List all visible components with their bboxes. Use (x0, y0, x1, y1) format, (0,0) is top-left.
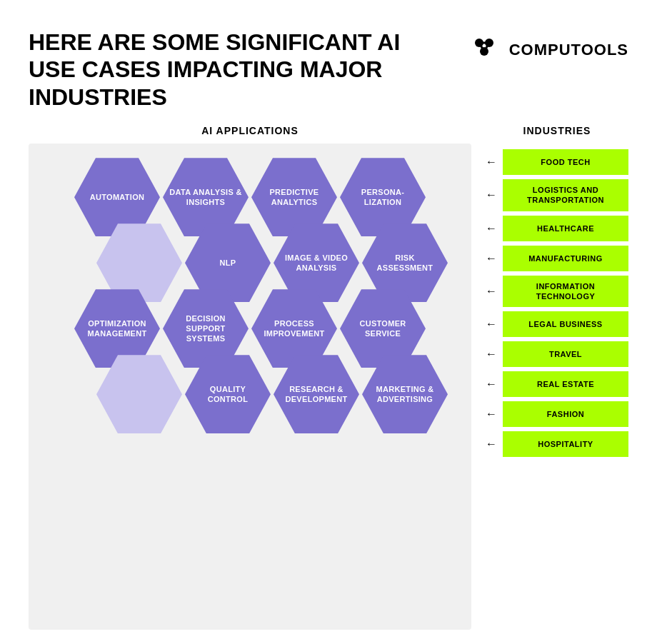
industry-label: LOGISTICS AND TRANSPORTATION (503, 179, 628, 211)
main-title: HERE ARE SOME SIGNIFICANT AI USE CASES I… (29, 29, 428, 111)
industry-item: ←LOGISTICS AND TRANSPORTATION (486, 179, 628, 211)
industries-label: INDUSTRIES (486, 125, 628, 136)
hex-grid: AUTOMATION DATA ANALYSIS & INSIGHTS PRED… (36, 158, 464, 421)
ai-applications-label: AI APPLICATIONS (29, 125, 471, 136)
industry-label: FASHION (503, 401, 628, 427)
arrow-icon: ← (486, 348, 497, 361)
arrow-icon: ← (486, 378, 497, 391)
industry-label: HOSPITALITY (503, 431, 628, 457)
arrow-icon: ← (486, 408, 497, 421)
arrow-icon: ← (486, 438, 497, 451)
hex-row-4: QUALITY CONTROL RESEARCH & DEVELOPMENT M… (96, 355, 448, 433)
computools-logo-icon (466, 36, 502, 64)
arrow-icon: ← (486, 318, 497, 331)
arrow-icon: ← (486, 222, 497, 235)
logo-area: COMPUTOOLS (466, 29, 628, 64)
industry-item: ←FOOD TECH (486, 149, 628, 175)
industry-item: ←LEGAL BUSINESS (486, 311, 628, 337)
industry-item: ←HEALTHCARE (486, 216, 628, 241)
industry-label: FOOD TECH (503, 149, 628, 175)
arrow-icon: ← (486, 252, 497, 265)
industry-item: ←HOSPITALITY (486, 431, 628, 457)
header: HERE ARE SOME SIGNIFICANT AI USE CASES I… (29, 29, 628, 111)
industry-item: ←REAL ESTATE (486, 371, 628, 397)
industry-label: TRAVEL (503, 341, 628, 367)
industry-item: ←MANUFACTURING (486, 246, 628, 271)
logo-text: COMPUTOOLS (509, 41, 628, 59)
industry-item: ←FASHION (486, 401, 628, 427)
industry-label: REAL ESTATE (503, 371, 628, 397)
industry-label: MANUFACTURING (503, 246, 628, 271)
industry-item: ←TRAVEL (486, 341, 628, 367)
industry-label: HEALTHCARE (503, 216, 628, 241)
industry-item: ←INFORMATION TECHNOLOGY (486, 276, 628, 308)
industry-label: INFORMATION TECHNOLOGY (503, 276, 628, 308)
industry-list: ←FOOD TECH←LOGISTICS AND TRANSPORTATION←… (486, 144, 628, 630)
diagram-area: AI APPLICATIONS AUTOMATION DATA ANALYSIS… (29, 125, 471, 630)
industry-label: LEGAL BUSINESS (503, 311, 628, 337)
hex-container: AUTOMATION DATA ANALYSIS & INSIGHTS PRED… (29, 144, 471, 630)
arrow-icon: ← (486, 156, 497, 168)
main-content: AI APPLICATIONS AUTOMATION DATA ANALYSIS… (29, 125, 628, 630)
arrow-icon: ← (486, 285, 497, 298)
arrow-icon: ← (486, 188, 497, 201)
page: HERE ARE SOME SIGNIFICANT AI USE CASES I… (0, 0, 657, 644)
industries-area: INDUSTRIES ←FOOD TECH←LOGISTICS AND TRAN… (486, 125, 628, 630)
